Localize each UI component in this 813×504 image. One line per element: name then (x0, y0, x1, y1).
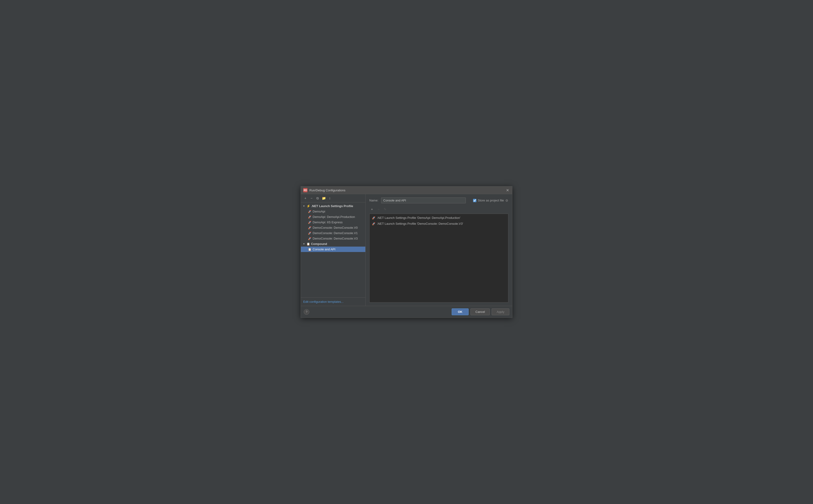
title-bar: RD Run/Debug Configurations ✕ (301, 186, 512, 194)
compound-group-icon: 📋 (306, 242, 310, 246)
folder-config-button[interactable]: 📁 (321, 196, 326, 201)
config-tree: ▼ ⚡ .NET Launch Settings Profile 🚀 DemoA… (301, 202, 365, 297)
tree-item-label: Console and API (313, 248, 335, 251)
tree-item-console-api[interactable]: 📋 Console and API (301, 247, 365, 252)
close-button[interactable]: ✕ (505, 188, 510, 193)
dialog-title: Run/Debug Configurations (309, 189, 503, 192)
config-list-item-2[interactable]: 🚀 .NET Launch Settings Profile 'DemoCons… (369, 221, 508, 227)
remove-config-button[interactable]: − (309, 196, 314, 201)
compound-group-chevron: ▼ (303, 243, 305, 245)
main-content: + − ⧉ 📁 ↕ ▼ ⚡ .NET Launch Settings Profi… (301, 194, 512, 306)
tree-item-label: DemoConsole: DemoConsole.V1 (313, 231, 357, 235)
gear-icon[interactable]: ⚙ (505, 199, 508, 202)
net-group-header[interactable]: ▼ ⚡ .NET Launch Settings Profile (301, 203, 365, 209)
rocket-icon-3: 🚀 (308, 221, 311, 224)
bottom-link-area: Edit configuration templates... (301, 297, 365, 306)
config-list: 🚀 .NET Launch Settings Profile 'DemoApi:… (369, 214, 508, 303)
config-item-label: .NET Launch Settings Profile 'DemoConsol… (377, 222, 463, 225)
tree-item-label: DemoApi: IIS Express (313, 221, 342, 224)
footer-buttons: ? OK Cancel Apply (301, 306, 512, 318)
net-group-items: 🚀 DemoApi 🚀 DemoApi: DemoApi.Production … (301, 209, 365, 241)
list-add-button[interactable]: + (369, 207, 374, 212)
right-panel: Name: Store as project file ⚙ + − ✎ 🚀 .N… (365, 194, 512, 306)
net-group-label: .NET Launch Settings Profile (311, 204, 353, 208)
cancel-button[interactable]: Cancel (471, 308, 490, 315)
left-toolbar: + − ⧉ 📁 ↕ (301, 194, 365, 202)
compound-group-items: 📋 Console and API (301, 247, 365, 252)
run-debug-dialog: RD Run/Debug Configurations ✕ + − ⧉ 📁 ↕ … (301, 186, 512, 318)
compound-group-label: Compound (311, 242, 327, 246)
store-checkbox[interactable] (473, 199, 477, 202)
left-panel: + − ⧉ 📁 ↕ ▼ ⚡ .NET Launch Settings Profi… (301, 194, 365, 306)
name-row: Name: Store as project file ⚙ (369, 197, 508, 203)
copy-config-button[interactable]: ⧉ (315, 196, 320, 201)
help-button[interactable]: ? (304, 309, 309, 315)
tree-item-label: DemoConsole: DemoConsole.V0 (313, 226, 357, 229)
config-list-item-1[interactable]: 🚀 .NET Launch Settings Profile 'DemoApi:… (369, 215, 508, 221)
tree-item-democonsole-v3[interactable]: 🚀 DemoConsole: DemoConsole.V3 (301, 236, 365, 241)
apply-button[interactable]: Apply (492, 308, 509, 315)
tree-item-demoapi-production[interactable]: 🚀 DemoApi: DemoApi.Production (301, 214, 365, 220)
tree-item-label: DemoConsole: DemoConsole.V3 (313, 237, 357, 240)
rocket-icon-2: 🚀 (308, 215, 311, 219)
list-remove-button[interactable]: − (376, 207, 381, 212)
tree-item-demoapi[interactable]: 🚀 DemoApi (301, 209, 365, 214)
rocket-icon-6: 🚀 (308, 237, 311, 240)
compound-group-header[interactable]: ▼ 📋 Compound (301, 241, 365, 247)
list-item-rocket-1: 🚀 (372, 216, 375, 220)
sort-config-button[interactable]: ↕ (327, 196, 332, 201)
add-config-button[interactable]: + (303, 196, 308, 201)
edit-templates-link[interactable]: Edit configuration templates... (303, 300, 343, 303)
list-item-rocket-2: 🚀 (372, 222, 375, 225)
rocket-icon-5: 🚀 (308, 232, 311, 235)
tree-item-democonsole-v0[interactable]: 🚀 DemoConsole: DemoConsole.V0 (301, 225, 365, 230)
net-group-chevron: ▼ (303, 205, 305, 207)
store-label: Store as project file (478, 199, 504, 202)
compound-item-icon: 📋 (308, 248, 311, 251)
name-input[interactable] (381, 197, 466, 203)
config-item-label: .NET Launch Settings Profile 'DemoApi: D… (377, 216, 461, 220)
list-edit-button[interactable]: ✎ (382, 207, 388, 212)
tree-item-democonsole-v1[interactable]: 🚀 DemoConsole: DemoConsole.V1 (301, 230, 365, 236)
app-icon: RD (303, 188, 307, 192)
tree-item-label: DemoApi (313, 210, 325, 213)
ok-button[interactable]: OK (452, 308, 469, 315)
tree-item-demoapi-iis[interactable]: 🚀 DemoApi: IIS Express (301, 220, 365, 225)
rocket-icon-4: 🚀 (308, 226, 311, 229)
name-label: Name: (369, 199, 378, 202)
rocket-icon-1: 🚀 (308, 210, 311, 213)
tree-item-label: DemoApi: DemoApi.Production (313, 215, 355, 219)
list-toolbar: + − ✎ (369, 207, 508, 212)
store-row: Store as project file ⚙ (473, 199, 508, 202)
net-group-icon: ⚡ (306, 204, 310, 208)
